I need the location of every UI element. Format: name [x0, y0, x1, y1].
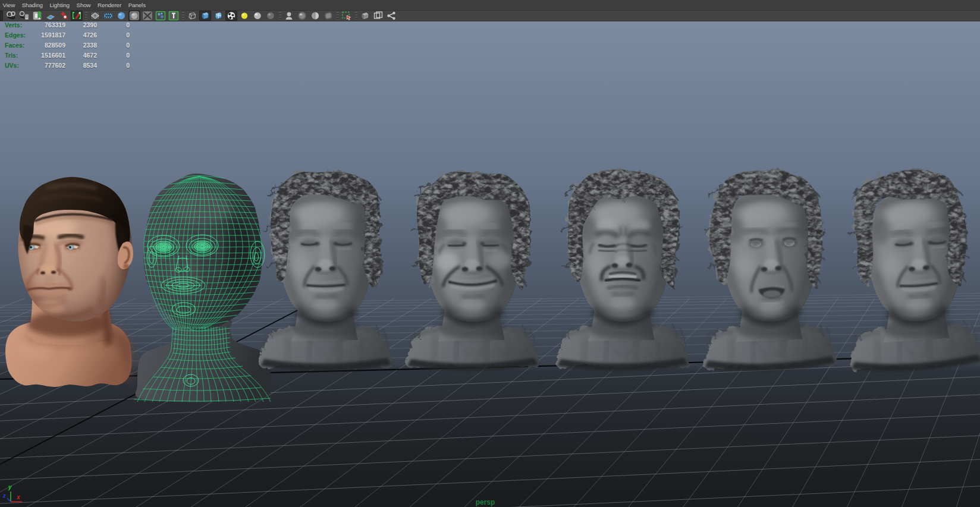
shaded-flat-icon[interactable]	[128, 11, 140, 21]
xray-sphere-icon[interactable]	[296, 11, 308, 21]
hud-selected: 4672	[65, 52, 97, 59]
viewport-3d[interactable]: Verts: 763319 2390 0 Edges: 1591817 4726…	[0, 21, 980, 507]
xray-half-icon[interactable]	[309, 11, 321, 21]
overlap-frames-icon[interactable]	[372, 11, 384, 21]
hud-selected: 8534	[65, 62, 97, 69]
uv-texture-editor-icon[interactable]	[168, 11, 180, 21]
select-camera-attributes-icon[interactable]	[18, 11, 30, 21]
panel-menubar: View Shading Lighting Show Renderer Pane…	[0, 0, 980, 11]
menu-panels[interactable]: Panels	[125, 2, 150, 8]
menu-view[interactable]: View	[0, 2, 19, 8]
plain-cube-icon[interactable]	[359, 11, 371, 21]
hud-total: 777602	[5, 62, 65, 69]
menu-renderer[interactable]: Renderer	[95, 2, 126, 8]
hud-selected: 2338	[65, 42, 97, 49]
textured-icon[interactable]	[155, 11, 167, 21]
isolate-head-icon[interactable]	[283, 11, 295, 21]
bookmarks-icon[interactable]	[32, 11, 43, 21]
axis-gizmo: y x z	[1, 479, 37, 506]
toolbar-separator	[85, 12, 87, 20]
hardware-texturing-icon[interactable]	[225, 11, 237, 21]
hud-selected: 4726	[65, 32, 97, 39]
wireframe-on-shaded-icon[interactable]	[89, 11, 101, 21]
film-gate-icon[interactable]	[102, 11, 114, 21]
toolbar-separator	[355, 12, 357, 20]
share-nodes-icon[interactable]	[385, 11, 397, 21]
smooth-shade-all-icon[interactable]	[199, 11, 211, 21]
hud-row: Verts: 763319 2390 0	[5, 21, 26, 32]
grease-pencil-icon[interactable]	[71, 11, 83, 21]
xray-cube-icon[interactable]	[322, 11, 334, 21]
head-scan-scrunch[interactable]	[557, 169, 689, 371]
head-scan-neutral[interactable]	[260, 172, 392, 371]
hud-total: 1516601	[5, 52, 65, 59]
panel-toolbar	[0, 11, 980, 21]
camera-name-label: persp	[461, 498, 509, 506]
head-wireframe[interactable]	[134, 174, 271, 402]
clipped-icon	[0, 11, 3, 21]
head-textured[interactable]	[5, 177, 143, 387]
select-camera-icon[interactable]	[5, 11, 17, 21]
heads-up-display: Verts: 763319 2390 0 Edges: 1591817 4726…	[5, 21, 26, 72]
head-scan-openmouth[interactable]	[699, 169, 836, 372]
hud-other: 0	[97, 62, 130, 69]
isolate-select-icon[interactable]	[341, 11, 353, 21]
hud-total: 1591817	[5, 32, 65, 39]
no-lighting-icon[interactable]	[265, 11, 277, 21]
hud-other: 0	[97, 42, 130, 49]
hud-other: 0	[97, 52, 130, 59]
viewport-canvas[interactable]	[0, 21, 980, 507]
image-plane-icon[interactable]	[45, 11, 56, 21]
smooth-shade-wireframe-icon[interactable]	[212, 11, 224, 21]
hud-row: Edges: 1591817 4726 0	[5, 32, 26, 42]
axis-label-x: x	[16, 494, 20, 500]
default-lighting-icon[interactable]	[252, 11, 263, 21]
menu-shading[interactable]: Shading	[19, 2, 47, 8]
toolbar-separator	[279, 12, 281, 20]
hud-total: 828509	[5, 42, 65, 49]
axis-label-z: z	[2, 493, 6, 499]
hud-row: Tris: 1516601 4672 0	[5, 52, 26, 62]
hud-other: 0	[97, 32, 130, 39]
hud-row: UVs: 777602 8534 0	[5, 62, 26, 72]
head-scan-smile[interactable]	[407, 172, 539, 371]
hud-total: 763319	[5, 21, 65, 29]
use-default-material-icon[interactable]	[142, 11, 153, 21]
menu-show[interactable]: Show	[74, 2, 95, 8]
hud-selected: 2390	[65, 21, 97, 29]
toolbar-separator	[337, 12, 339, 20]
hud-other: 0	[97, 21, 130, 29]
shaded-smooth-icon[interactable]	[115, 11, 127, 21]
use-all-lights-icon[interactable]	[238, 11, 250, 21]
wireframe-cube-icon[interactable]	[186, 11, 198, 21]
menu-lighting[interactable]: Lighting	[47, 2, 74, 8]
pan-zoom-2d-icon[interactable]	[58, 11, 70, 21]
axis-label-y: y	[8, 484, 12, 490]
hud-row: Faces: 828509 2338 0	[5, 42, 26, 52]
toolbar-separator	[182, 12, 184, 20]
